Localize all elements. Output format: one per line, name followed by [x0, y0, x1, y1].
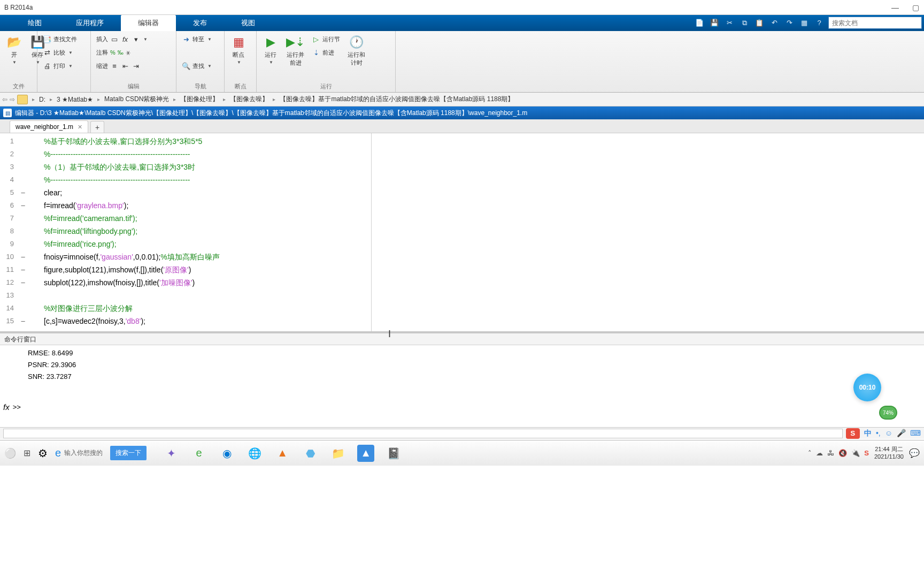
percent-badge: 74% — [879, 406, 897, 420]
qat-undo-icon[interactable]: ↶ — [768, 17, 780, 29]
editor-titlebar: ▤ 编辑器 - D:\3 ★Matlab★\Matalb CSDN紫极神光\【图… — [0, 107, 924, 119]
matlab-icon[interactable]: ▲ — [274, 445, 291, 462]
file-tab[interactable]: wave_neighbor_1.m ✕ — [10, 120, 88, 133]
group-run-label: 运行 — [260, 81, 392, 92]
search-docs-input[interactable] — [828, 17, 922, 29]
goto-icon: ➜ — [182, 35, 190, 43]
advance-button[interactable]: ⇣前进 — [310, 47, 342, 58]
qat-layout-icon[interactable]: ▦ — [798, 17, 810, 29]
qat-paste-icon[interactable]: 📋 — [753, 17, 765, 29]
maximize-button[interactable]: ▢ — [911, 3, 920, 12]
close-tab-icon[interactable]: ✕ — [78, 124, 82, 131]
run-section-button[interactable]: ▷运行节 — [310, 33, 342, 45]
notifications-icon[interactable]: 💬 — [909, 448, 920, 458]
print-icon: 🖨 — [43, 62, 51, 70]
tab-view[interactable]: 视图 — [224, 15, 272, 31]
command-prompt[interactable]: fx>> — [3, 402, 21, 412]
breakpoints-button[interactable]: ▦ 断点▼ — [228, 33, 249, 66]
compare-icon: ⇄ — [43, 48, 51, 57]
qat-cut-icon[interactable]: ✂ — [723, 17, 735, 29]
breadcrumb-3[interactable]: 【图像处理】 — [180, 95, 219, 104]
ime-keyboard-icon[interactable]: ⌨ — [910, 429, 921, 438]
ie-icon[interactable]: e — [55, 447, 61, 459]
browser-icon[interactable]: 🌐 — [246, 445, 263, 462]
advance-icon: ⇣ — [312, 48, 320, 57]
sogou-ime-icon[interactable]: S — [846, 428, 860, 439]
addr-folder-icon[interactable] — [17, 95, 28, 104]
play-advance-icon: ▶⇣ — [288, 35, 303, 50]
timer-badge[interactable]: 00:10 — [853, 374, 881, 401]
print-button[interactable]: 🖨打印▼ — [41, 60, 79, 72]
addr-back-icon[interactable]: ⇦ — [2, 96, 7, 103]
below-area — [0, 466, 924, 578]
app-icon-1[interactable]: ✦ — [163, 445, 180, 462]
breakpoints-icon: ▦ — [231, 35, 246, 50]
edge-icon[interactable]: ◉ — [218, 445, 235, 462]
compare-button[interactable]: ⇄比较▼ — [41, 47, 79, 58]
tab-apps[interactable]: 应用程序 — [59, 15, 121, 31]
tray-up-icon[interactable]: ˄ — [808, 449, 812, 457]
taskbar-clock[interactable]: 21:44 周二 2021/11/30 — [874, 446, 904, 460]
breadcrumb-1[interactable]: 3 ★Matlab★ — [57, 96, 93, 103]
cmd-output-line: RMSE: 8.6499 — [28, 347, 924, 359]
addr-fwd-icon[interactable]: ⇨ — [10, 96, 15, 103]
breadcrumb-2[interactable]: Matalb CSDN紫极神光 — [104, 95, 169, 104]
taskbar-search-button[interactable]: 搜索一下 — [110, 446, 147, 460]
code-editor[interactable]: 123456789101112131415 –––––– %基于邻域的小波去噪,… — [0, 133, 924, 331]
tray-volume-icon[interactable]: 🔇 — [838, 449, 847, 457]
breadcrumb-0[interactable]: D: — [39, 96, 45, 103]
address-bar[interactable]: ⇦ ⇨ ▸ D:▸ 3 ★Matlab★▸ Matalb CSDN紫极神光▸ 【… — [0, 93, 924, 107]
run-button[interactable]: ▶ 运行▼ — [260, 33, 281, 66]
ime-voice-icon[interactable]: 🎤 — [897, 429, 906, 438]
run-time-button[interactable]: 🕐 运行和 计时 — [344, 33, 368, 69]
indent-icon: ≡ — [110, 62, 119, 70]
photos-icon[interactable]: ▲ — [357, 445, 374, 462]
explorer-icon[interactable]: 📁 — [329, 445, 346, 462]
fx-prompt-icon: fx — [3, 402, 10, 412]
qat-redo-icon[interactable]: ↷ — [783, 17, 795, 29]
line-gutter: 123456789101112131415 — [0, 133, 17, 331]
system-tray[interactable]: ˄ ☁ 🖧 🔇 🔌 S — [808, 449, 869, 457]
ime-emoji-icon[interactable]: ☺ — [885, 429, 892, 438]
tab-editor[interactable]: 编辑器 — [121, 15, 176, 31]
obs-icon[interactable]: ⚙ — [38, 447, 48, 460]
insert-button[interactable]: 插入 ▭ fx ▾▼ — [94, 33, 150, 45]
qat-help-icon[interactable]: ? — [813, 17, 825, 29]
new-tab-button[interactable]: + — [90, 121, 104, 133]
tab-plot[interactable]: 绘图 — [11, 15, 59, 31]
taskbar-search-label[interactable]: 输入你想搜的 — [64, 448, 103, 458]
indent-button[interactable]: 缩进 ≡ ⇤ ⇥ — [94, 60, 150, 72]
command-window[interactable]: RMSE: 8.6499 PSNR: 29.3906 SNR: 23.7287 … — [0, 345, 924, 415]
tray-cloud-icon[interactable]: ☁ — [816, 449, 823, 457]
tray-battery-icon[interactable]: 🔌 — [851, 449, 860, 457]
ime-lang-badge[interactable]: 中 — [864, 429, 872, 438]
section-icon: ▭ — [110, 35, 119, 43]
tray-sogou-icon[interactable]: S — [864, 449, 869, 457]
ime-punct-icon[interactable]: •, — [876, 429, 881, 438]
code-content[interactable]: %基于邻域的小波去噪,窗口选择分别为3*3和5*5%--------------… — [29, 133, 924, 331]
qat-new-icon[interactable]: 📄 — [694, 17, 705, 29]
tray-network-icon[interactable]: 🖧 — [827, 449, 834, 457]
exec-dash-column: –––––– — [17, 133, 29, 331]
minimize-button[interactable]: — — [891, 3, 899, 12]
notes-icon[interactable]: 📓 — [385, 445, 402, 462]
tab-publish[interactable]: 发布 — [176, 15, 224, 31]
app-icon-2[interactable]: ⬣ — [302, 445, 319, 462]
qat-save-icon[interactable]: 💾 — [709, 17, 720, 29]
qat-copy-icon[interactable]: ⧉ — [738, 17, 750, 29]
window-titlebar: B R2014a — ▢ — [0, 0, 924, 15]
status-field — [3, 429, 843, 438]
goto-button[interactable]: ➜转至▼ — [180, 33, 214, 45]
task-view-icon[interactable]: ⊞ — [24, 448, 30, 458]
edge-legacy-icon[interactable]: e — [190, 445, 207, 462]
breadcrumb-5[interactable]: 【图像去噪】基于matlab邻域的自适应小波阈值图像去噪【含Matlab源码 1… — [280, 95, 514, 104]
find-files-button[interactable]: 📑查找文件 — [41, 33, 79, 45]
open-button[interactable]: 📂 开▼ — [3, 33, 25, 66]
editor-icon: ▤ — [3, 109, 12, 117]
breadcrumb-4[interactable]: 【图像去噪】 — [230, 95, 268, 104]
run-advance-button[interactable]: ▶⇣ 运行并 前进 — [283, 33, 307, 69]
comment-button[interactable]: 注释 % ‰ ⚹ — [94, 47, 150, 58]
start-search-icon[interactable]: ⚪ — [4, 447, 16, 459]
editor-margin-line — [371, 133, 372, 331]
find-button[interactable]: 🔍查找▼ — [180, 60, 214, 72]
